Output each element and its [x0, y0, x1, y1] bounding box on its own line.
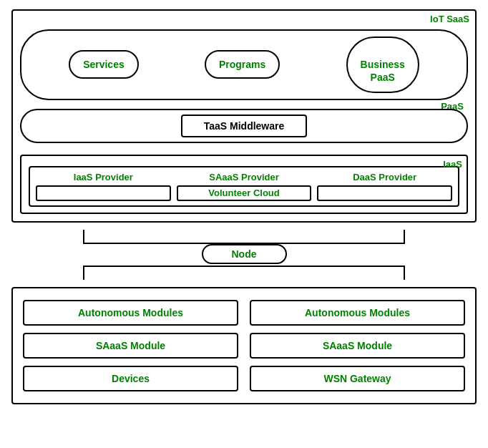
node-pill: Node [202, 244, 287, 264]
saas-provider-block: SAaaS Provider Volunteer Cloud [177, 172, 312, 201]
right-autonomous-modules: Autonomous Modules [250, 300, 465, 326]
node-text-row: Node [83, 244, 405, 264]
business-paas-oval: Business PaaS [346, 36, 419, 93]
nodes-box: Autonomous Modules SAaaS Module Devices … [11, 287, 477, 404]
iaas-provider-label: IaaS Provider [74, 172, 133, 182]
volunteer-cloud-label: Volunteer Cloud [178, 187, 311, 200]
right-wsn-gateway: WSN Gateway [250, 366, 465, 391]
node-connector-area: Node [11, 230, 477, 280]
saas-provider-label: SAaaS Provider [209, 172, 279, 182]
left-saas-module: SAaaS Module [23, 333, 238, 359]
left-devices: Devices [23, 366, 238, 391]
iot-saas-label: IoT SaaS [430, 14, 469, 24]
iaas-provider-block: IaaS Provider [36, 172, 171, 201]
left-v-line-bottom [83, 267, 84, 280]
programs-oval: Programs [205, 50, 280, 79]
taas-middleware: TaaS Middleware [181, 115, 308, 137]
iaas-label: IaaS [443, 159, 462, 170]
providers-row: IaaS Provider SAaaS Provider Volunteer C… [29, 166, 459, 207]
right-v-line-bottom [404, 267, 405, 280]
daas-provider-box [317, 185, 452, 201]
daas-provider-block: DaaS Provider [317, 172, 452, 201]
right-saas-module: SAaaS Module [250, 333, 465, 359]
left-autonomous-modules: Autonomous Modules [23, 300, 238, 326]
right-v-line [404, 230, 405, 243]
right-node-column: Autonomous Modules SAaaS Module WSN Gate… [250, 300, 465, 391]
daas-provider-label: DaaS Provider [353, 172, 416, 182]
left-node-column: Autonomous Modules SAaaS Module Devices [23, 300, 238, 391]
iaas-section: IaaS IaaS Provider SAaaS Provider Volunt… [20, 155, 468, 214]
taas-section: TaaS Middleware [20, 109, 468, 143]
iaas-provider-box [36, 185, 171, 201]
left-v-line [83, 230, 84, 243]
iot-saas-container: IoT SaaS Services Programs Business PaaS… [11, 9, 477, 223]
saas-provider-box: Volunteer Cloud [177, 185, 312, 201]
vertical-lines-bottom [83, 267, 405, 280]
services-oval: Services [69, 50, 139, 79]
vertical-lines-top [83, 230, 405, 243]
paas-row: Services Programs Business PaaS PaaS [20, 29, 468, 100]
